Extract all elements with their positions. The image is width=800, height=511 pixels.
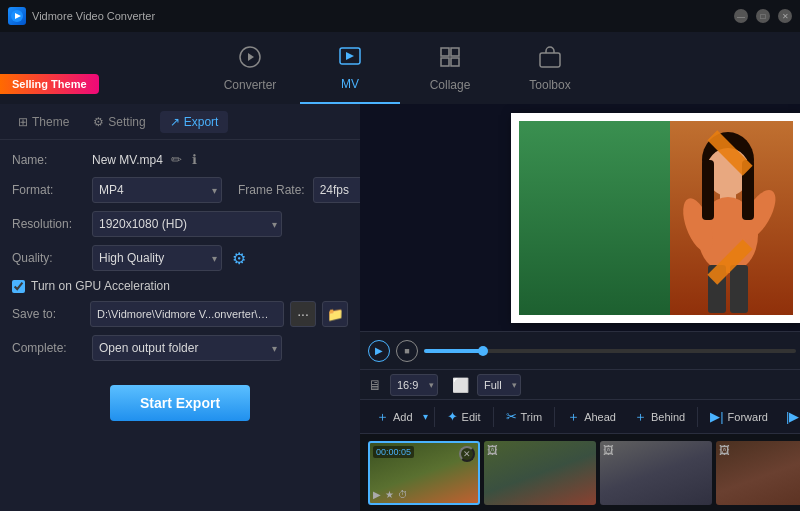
panel-tab-export[interactable]: ↗ Export <box>160 111 229 133</box>
add-button[interactable]: ＋ Add <box>368 404 421 430</box>
mv-icon <box>338 44 362 73</box>
format-label: Format: <box>12 183 84 197</box>
quality-settings-button[interactable]: ⚙ <box>230 247 248 270</box>
theme-icon: ⊞ <box>18 115 28 129</box>
tab-collage-label: Collage <box>430 78 471 92</box>
panel-tab-setting[interactable]: ⚙ Setting <box>83 111 155 133</box>
behind-button[interactable]: ＋ Behind <box>626 404 693 430</box>
close-button[interactable]: ✕ <box>778 9 792 23</box>
quality-row: Quality: High Quality ⚙ <box>12 245 348 271</box>
tab-toolbox[interactable]: Toolbox <box>500 32 600 104</box>
clip-1-star-icon: ★ <box>385 489 394 500</box>
resolution-select[interactable]: 1920x1080 (HD) <box>92 211 282 237</box>
tab-mv[interactable]: MV <box>300 32 400 104</box>
nav-bar: Converter MV Collage Toolbox <box>0 32 800 104</box>
info-button[interactable]: ℹ <box>190 150 199 169</box>
name-label: Name: <box>12 153 84 167</box>
size-select-wrap: Full Fit <box>477 374 521 396</box>
gpu-label: Turn on GPU Acceleration <box>31 279 170 293</box>
setting-icon: ⚙ <box>93 115 104 129</box>
quality-select[interactable]: High Quality <box>92 245 222 271</box>
clip-1[interactable]: 00:00:05 ✕ ▶ ★ ⏱ <box>368 441 480 505</box>
name-row: Name: New MV.mp4 ✏ ℹ <box>12 150 348 169</box>
svg-rect-9 <box>540 53 560 67</box>
panel-tab-theme[interactable]: ⊞ Theme <box>8 111 79 133</box>
timeline-toolbar: ＋ Add ▾ ✦ Edit ✂ Trim ＋ Ahead ＋ <box>360 399 800 433</box>
complete-select[interactable]: Open output folder <box>92 335 282 361</box>
play-button[interactable]: ▶ <box>368 340 390 362</box>
progress-bar-fill <box>424 349 483 353</box>
converter-icon <box>238 45 262 74</box>
resolution-row: Resolution: 1920x1080 (HD) <box>12 211 348 237</box>
sep-3 <box>554 407 555 427</box>
ratio-select[interactable]: 16:9 4:3 1:1 <box>390 374 438 396</box>
save-to-label: Save to: <box>12 307 84 321</box>
tab-converter-label: Converter <box>224 78 277 92</box>
minimize-button[interactable]: — <box>734 9 748 23</box>
photo-inner <box>519 121 793 315</box>
svg-rect-6 <box>451 48 459 56</box>
maximize-button[interactable]: □ <box>756 9 770 23</box>
ahead-button[interactable]: ＋ Ahead <box>559 404 624 430</box>
clip-3[interactable]: 🖼 <box>600 441 712 505</box>
trim-icon: ✂ <box>506 409 517 424</box>
behind-label: Behind <box>651 411 685 423</box>
backward-icon: |▶ <box>786 409 799 424</box>
forward-icon: ▶| <box>710 409 723 424</box>
edit-name-button[interactable]: ✏ <box>169 150 184 169</box>
toolbox-icon <box>538 45 562 74</box>
clip-1-time: 00:00:05 <box>373 446 414 458</box>
complete-label: Complete: <box>12 341 84 355</box>
monitor-icon-2: ⬜ <box>452 377 469 393</box>
app-title: Vidmore Video Converter <box>32 10 155 22</box>
clip-1-play-icon: ▶ <box>373 489 381 500</box>
timeline-clips: 00:00:05 ✕ ▶ ★ ⏱ 🖼 🖼 🖼 ＋ 1 <box>360 433 800 511</box>
export-icon: ↗ <box>170 115 180 129</box>
tab-mv-label: MV <box>341 77 359 91</box>
size-select[interactable]: Full Fit <box>477 374 521 396</box>
photo-frame <box>511 113 800 323</box>
frame-rate-label: Frame Rate: <box>238 183 305 197</box>
forward-label: Forward <box>728 411 768 423</box>
ahead-label: Ahead <box>584 411 616 423</box>
progress-bar[interactable] <box>424 349 796 353</box>
edit-button[interactable]: ✦ Edit <box>439 404 489 430</box>
playback-bar: ▶ ■ 00:00:03.23/00:00:20.00 🔊 <box>360 331 800 369</box>
bg-green <box>519 121 670 315</box>
stop-button[interactable]: ■ <box>396 340 418 362</box>
progress-handle[interactable] <box>478 346 488 356</box>
clip-1-controls: ▶ ★ ⏱ <box>373 489 408 500</box>
clip-4[interactable]: 🖼 <box>716 441 800 505</box>
right-panel: ▶ ■ 00:00:03.23/00:00:20.00 🔊 🖥 16:9 4:3… <box>360 104 800 511</box>
open-folder-button[interactable]: 📁 <box>322 301 348 327</box>
clip-2[interactable]: 🖼 <box>484 441 596 505</box>
edit-icon: ✦ <box>447 409 458 424</box>
save-path-input[interactable]: D:\Vidmore\Vidmore V...onverter\MV Expor… <box>90 301 284 327</box>
svg-rect-5 <box>441 48 449 56</box>
svg-rect-8 <box>451 58 459 66</box>
add-icon: ＋ <box>376 408 389 426</box>
quality-label: Quality: <box>12 251 84 265</box>
monitor-icon: 🖥 <box>368 377 382 393</box>
tab-collage[interactable]: Collage <box>400 32 500 104</box>
backward-button[interactable]: |▶ Backward <box>778 404 800 430</box>
svg-rect-7 <box>441 58 449 66</box>
forward-button[interactable]: ▶| Forward <box>702 404 776 430</box>
add-dropdown-button[interactable]: ▾ <box>421 411 430 422</box>
tab-converter[interactable]: Converter <box>200 32 300 104</box>
panel-tabs: ⊞ Theme ⚙ Setting ↗ Export <box>0 104 360 140</box>
clip-4-img-icon: 🖼 <box>719 444 730 456</box>
panel-tab-theme-label: Theme <box>32 115 69 129</box>
save-to-row: Save to: D:\Vidmore\Vidmore V...onverter… <box>12 301 348 327</box>
svg-rect-18 <box>702 160 714 220</box>
format-select[interactable]: MP4 <box>92 177 222 203</box>
gpu-checkbox[interactable] <box>12 280 25 293</box>
trim-button[interactable]: ✂ Trim <box>498 404 551 430</box>
browse-button[interactable]: ··· <box>290 301 316 327</box>
preview-area <box>360 104 800 331</box>
clip-1-close[interactable]: ✕ <box>459 446 475 462</box>
svg-marker-3 <box>248 53 254 61</box>
behind-icon: ＋ <box>634 408 647 426</box>
left-panel: Selling Theme ⊞ Theme ⚙ Setting ↗ Export… <box>0 104 360 511</box>
start-export-left-button[interactable]: Start Export <box>110 385 250 421</box>
